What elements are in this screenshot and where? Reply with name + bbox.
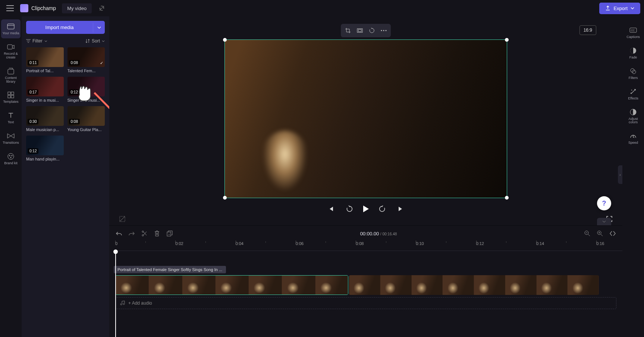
media-item[interactable]: 0:17 Singer in a musi... bbox=[26, 77, 64, 102]
resize-handle-tl[interactable] bbox=[223, 38, 227, 42]
media-thumbnail: 0:11 bbox=[26, 47, 64, 67]
media-item[interactable]: 0:12 Man hand playin... bbox=[26, 136, 64, 161]
media-item[interactable]: 0:12 Singer in a musi... bbox=[67, 77, 105, 102]
resize-handle-bl[interactable] bbox=[223, 196, 227, 200]
timeline-collapse-handle[interactable] bbox=[597, 218, 611, 225]
rail-content-library[interactable]: Content library bbox=[1, 64, 21, 87]
zoom-fit-icon bbox=[610, 231, 616, 236]
svg-point-11 bbox=[10, 157, 12, 158]
export-button[interactable]: Export bbox=[599, 3, 640, 14]
help-button[interactable]: ? bbox=[597, 196, 611, 210]
zoom-in-button[interactable] bbox=[596, 230, 604, 237]
clip-thumbnail bbox=[149, 276, 182, 295]
library-icon bbox=[7, 67, 15, 75]
media-duration: 0:11 bbox=[28, 60, 38, 66]
filters-icon bbox=[629, 67, 637, 75]
crop-button[interactable] bbox=[342, 25, 354, 36]
svg-point-20 bbox=[142, 231, 144, 232]
media-item[interactable]: 0:30 Male musician p... bbox=[26, 106, 64, 132]
chevron-down-icon bbox=[97, 26, 101, 29]
play-button[interactable] bbox=[362, 205, 369, 213]
rail-your-media[interactable]: Your media bbox=[1, 19, 21, 38]
media-item[interactable]: 0:08 Young Guitar Pla... bbox=[67, 106, 105, 132]
rail-speed[interactable]: Speed bbox=[623, 129, 643, 148]
right-panel-collapse-handle[interactable]: › bbox=[618, 165, 622, 184]
rotate-button[interactable] bbox=[366, 25, 377, 36]
deselect-icon bbox=[119, 216, 126, 222]
video-clip-1[interactable] bbox=[115, 275, 348, 295]
sort-button[interactable]: Sort bbox=[85, 38, 105, 44]
left-rail: Your media Record & create Content libra… bbox=[0, 16, 22, 337]
hamburger-menu[interactable] bbox=[4, 2, 16, 15]
rail-text[interactable]: Text bbox=[1, 108, 21, 127]
zoom-fit-button[interactable] bbox=[609, 230, 616, 237]
rail-transitions[interactable]: Transitions bbox=[1, 129, 21, 148]
text-icon bbox=[7, 111, 15, 120]
media-thumbnail: 0:12 bbox=[67, 77, 105, 96]
more-button[interactable] bbox=[378, 25, 389, 36]
rail-brand-kit[interactable]: Brand kit bbox=[1, 149, 21, 168]
resize-handle-tr[interactable] bbox=[505, 38, 509, 42]
used-check-icon: ✓ bbox=[100, 61, 103, 66]
playhead[interactable] bbox=[115, 251, 116, 337]
clip-thumbnail bbox=[474, 275, 505, 295]
add-audio-track[interactable]: + Add audio bbox=[115, 297, 616, 309]
media-item[interactable]: 0:08 ✓ Talented Fem... bbox=[67, 47, 105, 73]
ruler-tick: 0:02 bbox=[175, 241, 183, 246]
timeline-section: + 00:00.00 / 00:16.48 00:020:040:060:080… bbox=[109, 225, 622, 337]
camera-icon bbox=[7, 43, 15, 51]
rail-templates[interactable]: Templates bbox=[1, 88, 21, 107]
time-display: 00:00.00 / 00:16.48 bbox=[173, 231, 584, 236]
skip-back-button[interactable] bbox=[325, 203, 336, 214]
import-media-dropdown[interactable] bbox=[93, 23, 105, 32]
rail-captions[interactable]: CC Captions bbox=[623, 23, 643, 42]
sync-status-icon[interactable] bbox=[98, 5, 105, 12]
skip-forward-button[interactable] bbox=[395, 203, 406, 214]
delete-button[interactable] bbox=[153, 230, 161, 237]
ruler-tick: 0:10 bbox=[416, 241, 424, 246]
media-thumbnail: 0:08 ✓ bbox=[67, 47, 105, 67]
clear-selection-button[interactable] bbox=[117, 213, 128, 225]
ruler-tick: 0:16 bbox=[596, 241, 604, 246]
split-button[interactable] bbox=[141, 230, 148, 237]
zoom-out-button[interactable] bbox=[584, 230, 591, 237]
ruler-tick: 0:04 bbox=[236, 241, 244, 246]
duplicate-button[interactable]: + bbox=[166, 230, 173, 237]
media-duration: 0:12 bbox=[69, 89, 80, 95]
right-rail: CC Captions Fade Filters Effects Adjust … bbox=[622, 16, 644, 148]
preview-toolbar bbox=[341, 24, 391, 37]
video-track[interactable] bbox=[115, 275, 616, 295]
project-name-input[interactable]: My video bbox=[62, 3, 92, 13]
rail-fade[interactable]: Fade bbox=[623, 44, 643, 63]
redo-button[interactable] bbox=[128, 230, 135, 237]
preview-frame[interactable] bbox=[224, 39, 507, 198]
rewind-button[interactable] bbox=[344, 203, 355, 214]
video-clip-2[interactable] bbox=[349, 275, 599, 295]
timeline-ruler[interactable]: 00:020:040:060:080:100:120:140:16 bbox=[115, 241, 622, 251]
rail-filters[interactable]: Filters bbox=[623, 64, 643, 83]
filter-button[interactable]: Filter bbox=[26, 38, 47, 44]
scissors-icon bbox=[142, 231, 147, 236]
rail-adjust-colors[interactable]: Adjust colors bbox=[623, 105, 643, 128]
media-title: Male musician p... bbox=[26, 127, 64, 132]
rail-record-create[interactable]: Record & create bbox=[1, 40, 21, 63]
trash-icon bbox=[154, 231, 160, 236]
aspect-ratio-button[interactable]: 16:9 bbox=[579, 25, 596, 35]
undo-button[interactable] bbox=[115, 230, 123, 237]
top-bar: Clipchamp My video Export bbox=[0, 0, 644, 16]
app-name: Clipchamp bbox=[31, 5, 56, 11]
rail-effects[interactable]: Effects bbox=[623, 85, 643, 104]
media-panel: Import media Filter Sort 0:11 Portrait o… bbox=[22, 16, 109, 337]
zoom-in-icon bbox=[597, 231, 603, 236]
import-media-main[interactable]: Import media bbox=[26, 21, 93, 34]
media-item[interactable]: 0:11 Portrait of Tal... bbox=[26, 47, 64, 73]
clip-thumbnail bbox=[412, 275, 443, 295]
fade-icon bbox=[629, 47, 637, 55]
forward-button[interactable] bbox=[377, 203, 388, 214]
svg-rect-2 bbox=[7, 45, 12, 49]
fit-button[interactable] bbox=[354, 25, 365, 36]
transitions-icon bbox=[7, 132, 15, 140]
resize-handle-br[interactable] bbox=[505, 196, 509, 200]
sort-icon bbox=[85, 39, 90, 43]
app-logo[interactable]: Clipchamp bbox=[20, 4, 56, 12]
